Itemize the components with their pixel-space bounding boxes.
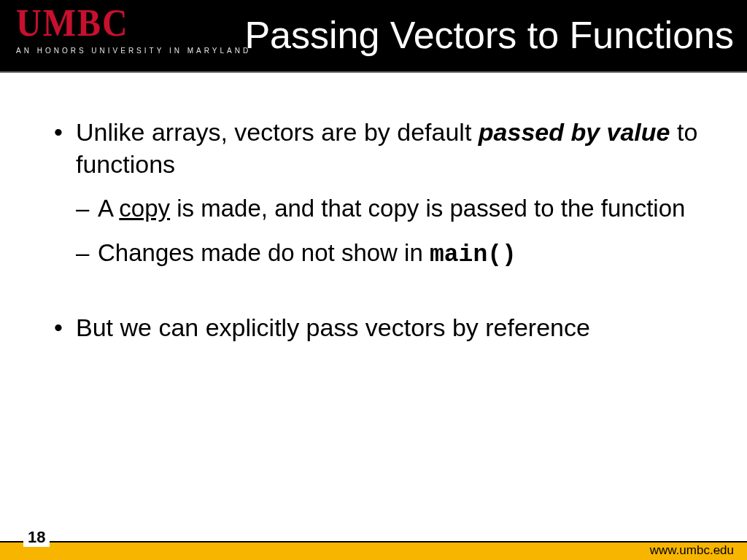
sub-bullet-item: A copy is made, and that copy is passed … bbox=[76, 193, 711, 225]
text: But we can explicitly pass vectors by re… bbox=[76, 314, 590, 341]
text: A bbox=[98, 195, 119, 222]
slide-footer: 18 www.umbc.edu bbox=[0, 535, 747, 560]
slide-title: Passing Vectors to Functions bbox=[244, 13, 734, 57]
logo-wordmark: UMBC bbox=[16, 4, 251, 42]
sub-bullet-list: A copy is made, and that copy is passed … bbox=[76, 193, 711, 271]
slide-header: UMBC AN HONORS UNIVERSITY IN MARYLAND Pa… bbox=[0, 0, 747, 73]
text: is made, and that copy is passed to the … bbox=[170, 195, 685, 222]
bullet-list: Unlike arrays, vectors are by default pa… bbox=[51, 117, 711, 271]
text: Changes made do not show in bbox=[98, 239, 430, 266]
code-text: main() bbox=[430, 241, 516, 268]
bullet-item: But we can explicitly pass vectors by re… bbox=[51, 312, 711, 344]
text: Unlike arrays, vectors are by default bbox=[76, 118, 479, 146]
footer-bar bbox=[0, 541, 747, 560]
emphasis-text: passed by value bbox=[479, 118, 670, 146]
slide-body: Unlike arrays, vectors are by default pa… bbox=[51, 117, 711, 364]
page-number: 18 bbox=[28, 528, 45, 546]
slide: UMBC AN HONORS UNIVERSITY IN MARYLAND Pa… bbox=[0, 0, 747, 560]
umbc-logo: UMBC AN HONORS UNIVERSITY IN MARYLAND bbox=[16, 6, 251, 55]
logo-tagline: AN HONORS UNIVERSITY IN MARYLAND bbox=[16, 47, 251, 55]
footer-url: www.umbc.edu bbox=[650, 543, 734, 558]
underline-text: copy bbox=[119, 195, 170, 222]
page-number-box: 18 bbox=[23, 528, 50, 547]
spacer bbox=[51, 292, 711, 312]
bullet-list: But we can explicitly pass vectors by re… bbox=[51, 312, 711, 344]
sub-bullet-item: Changes made do not show in main() bbox=[76, 238, 711, 271]
bullet-item: Unlike arrays, vectors are by default pa… bbox=[51, 117, 711, 271]
